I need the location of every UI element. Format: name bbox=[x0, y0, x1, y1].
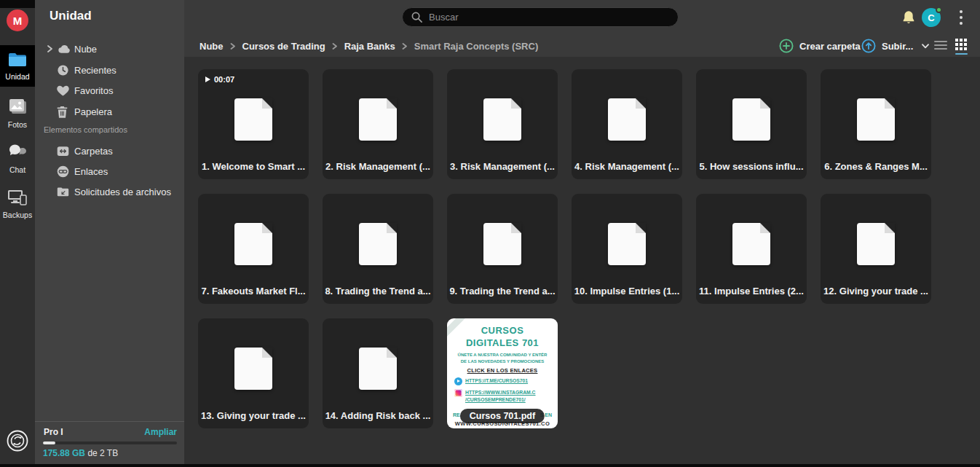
file-card[interactable]: 14. Adding Risk back ... bbox=[323, 318, 433, 428]
rail-item-label: Fotos bbox=[8, 120, 27, 129]
file-grid: 00:07 1. Welcome to Smart ... 2. Risk Ma… bbox=[198, 69, 931, 428]
top-bar: C Nube Cursos de Trading Raja Banks Smar… bbox=[184, 0, 980, 57]
file-name: 11. Impulse Entries (2... bbox=[696, 286, 807, 297]
chevron-down-icon[interactable] bbox=[922, 44, 929, 49]
sidebar-item-recientes[interactable]: Recientes bbox=[35, 60, 184, 80]
file-name: 7. Fakeouts Market Fl... bbox=[198, 286, 309, 297]
storage-plan-panel: Pro I Ampliar 175.88 GB de 2 TB bbox=[35, 421, 184, 467]
sidebar-item-label: Enlaces bbox=[74, 166, 108, 177]
sidebar-item-label: Papelera bbox=[74, 106, 112, 117]
file-card[interactable]: 8. Trading the Trend a... bbox=[323, 194, 433, 304]
breadcrumb-item[interactable]: Raja Banks bbox=[344, 41, 395, 52]
upload-arrow-circle-icon bbox=[861, 39, 876, 53]
storage-progress-bar bbox=[43, 442, 177, 444]
instagram-link-row: HTTPS://WWW.INSTAGRAM.C/CURSOSEMPRENDE70… bbox=[454, 389, 558, 404]
document-icon bbox=[234, 348, 272, 390]
file-name: 1. Welcome to Smart ... bbox=[198, 161, 309, 172]
rail-item-chat[interactable]: Chat bbox=[0, 138, 35, 179]
sidebar-item-solicitudes[interactable]: Solicitudes de archivos bbox=[35, 181, 184, 202]
avatar[interactable]: C bbox=[922, 8, 941, 27]
sidebar-item-favoritos[interactable]: Favoritos bbox=[35, 80, 184, 101]
backups-icon bbox=[7, 189, 28, 208]
create-folder-button[interactable]: Crear carpeta bbox=[779, 35, 861, 57]
drive-folder-icon bbox=[8, 52, 27, 70]
file-name: 5. How sessions influ... bbox=[696, 161, 807, 172]
online-status-dot bbox=[936, 7, 942, 13]
file-card[interactable]: 12. Giving your trade ... bbox=[821, 194, 931, 304]
cloud-icon bbox=[58, 43, 71, 55]
rail-item-label: Backups bbox=[3, 211, 32, 219]
document-icon bbox=[483, 98, 521, 141]
file-card[interactable]: 6. Zones & Ranges M... bbox=[821, 69, 931, 179]
file-card[interactable]: 7. Fakeouts Market Fl... bbox=[198, 194, 309, 304]
play-icon bbox=[205, 76, 210, 82]
sidebar-item-label: Nube bbox=[74, 44, 97, 55]
storage-usage-text: 175.88 GB de 2 TB bbox=[43, 448, 118, 458]
file-name: 10. Impulse Entries (1... bbox=[572, 286, 682, 297]
upgrade-link[interactable]: Ampliar bbox=[144, 427, 177, 437]
grid-view-toggle-icon[interactable] bbox=[955, 39, 968, 55]
breadcrumb-chevron-icon bbox=[402, 43, 408, 50]
breadcrumb-item[interactable]: Nube bbox=[199, 41, 224, 52]
instagram-icon bbox=[454, 389, 462, 397]
rail-item-unidad[interactable]: Unidad bbox=[0, 45, 35, 87]
list-view-toggle-icon[interactable] bbox=[934, 39, 947, 51]
file-card[interactable]: 3. Risk Management (... bbox=[447, 69, 558, 179]
file-name: 14. Adding Risk back ... bbox=[323, 410, 433, 421]
document-icon bbox=[857, 98, 895, 141]
file-name: 3. Risk Management (... bbox=[447, 161, 558, 172]
file-name: Cursos 701.pdf bbox=[460, 409, 545, 423]
rail-item-fotos[interactable]: Fotos bbox=[0, 93, 35, 134]
file-browser: 00:07 1. Welcome to Smart ... 2. Risk Ma… bbox=[184, 57, 980, 464]
chevron-right-icon[interactable] bbox=[47, 45, 54, 52]
menu-kebab-icon[interactable] bbox=[959, 10, 963, 25]
breadcrumb-item[interactable]: Cursos de Trading bbox=[242, 41, 325, 52]
window-corner bbox=[0, 0, 35, 8]
search-bar[interactable] bbox=[402, 7, 679, 27]
sidebar-item-nube[interactable]: Nube bbox=[35, 39, 184, 59]
sidebar-item-label: Recientes bbox=[74, 65, 116, 76]
search-icon bbox=[411, 12, 422, 23]
document-icon bbox=[857, 223, 895, 265]
sidebar-item-label: Solicitudes de archivos bbox=[74, 187, 171, 197]
file-name: 2. Risk Management (... bbox=[323, 161, 433, 172]
breadcrumb-chevron-icon bbox=[230, 43, 236, 50]
file-card[interactable]: 10. Impulse Entries (1... bbox=[572, 194, 682, 304]
sidebar-item-carpetas[interactable]: Carpetas bbox=[35, 141, 184, 161]
sync-status-icon[interactable] bbox=[6, 429, 29, 452]
breadcrumb: Nube Cursos de Trading Raja Banks Smart … bbox=[199, 35, 538, 57]
document-icon bbox=[359, 223, 397, 265]
file-card[interactable]: 2. Risk Management (... bbox=[323, 69, 433, 179]
file-card[interactable]: 13. Giving your trade ... bbox=[198, 318, 309, 428]
link-icon bbox=[57, 165, 69, 178]
file-card[interactable]: 00:07 1. Welcome to Smart ... bbox=[198, 69, 309, 179]
sidebar: Unidad Nube Recientes Favoritos Papelera… bbox=[35, 0, 184, 467]
pdf-file-card[interactable]: CURSOS DIGITALES 701 ÚNETE A NUESTRA COM… bbox=[447, 318, 558, 428]
notifications-bell-icon[interactable] bbox=[901, 9, 917, 25]
sidebar-item-enlaces[interactable]: Enlaces bbox=[35, 161, 184, 181]
document-icon bbox=[732, 223, 770, 265]
search-input[interactable] bbox=[429, 12, 678, 23]
file-name: 12. Giving your trade ... bbox=[821, 286, 931, 297]
file-card[interactable]: 9. Trading the Trend a... bbox=[447, 194, 558, 304]
photos-icon bbox=[8, 98, 27, 118]
mega-logo[interactable]: M bbox=[7, 9, 28, 31]
document-icon bbox=[359, 348, 397, 390]
file-name: 13. Giving your trade ... bbox=[198, 410, 309, 421]
clock-icon bbox=[57, 64, 69, 76]
document-icon bbox=[234, 98, 272, 141]
upload-button[interactable]: Subir... bbox=[861, 35, 929, 57]
shared-section-label: Elementos compartidos bbox=[44, 125, 127, 134]
file-card[interactable]: 11. Impulse Entries (2... bbox=[696, 194, 807, 304]
sidebar-item-label: Favoritos bbox=[74, 85, 113, 96]
document-icon bbox=[483, 223, 521, 265]
file-card[interactable]: 4. Risk Management (... bbox=[572, 69, 682, 179]
file-card[interactable]: 5. How sessions influ... bbox=[696, 69, 807, 179]
rail-item-label: Chat bbox=[9, 165, 25, 174]
sidebar-item-papelera[interactable]: Papelera bbox=[35, 101, 184, 122]
pdf-thumb-title: CURSOS DIGITALES 701 bbox=[447, 325, 558, 350]
rail-item-backups[interactable]: Backups bbox=[0, 183, 35, 224]
document-icon bbox=[608, 98, 646, 141]
pdf-thumb-cta: CLICK EN LOS ENLACES bbox=[447, 367, 558, 374]
breadcrumb-chevron-icon bbox=[332, 43, 338, 50]
